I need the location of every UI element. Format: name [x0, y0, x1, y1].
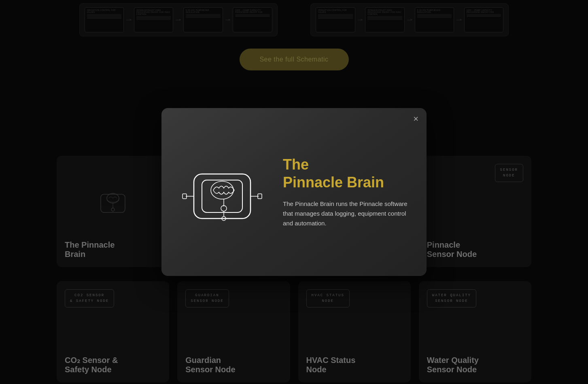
modal-title: The Pinnacle Brain [283, 156, 410, 191]
modal-close-button[interactable]: × [413, 115, 418, 123]
pinnacle-brain-modal-icon [182, 152, 263, 233]
modal-description: The Pinnacle Brain runs the Pinnacle sof… [283, 199, 410, 228]
modal-overlay[interactable]: × [0, 0, 588, 384]
svg-point-12 [211, 181, 234, 199]
modal-dialog: × [161, 108, 427, 276]
modal-icon-area [178, 148, 267, 237]
modal-text-content: The Pinnacle Brain The Pinnacle Brain ru… [283, 156, 410, 228]
svg-point-14 [221, 206, 227, 211]
svg-rect-11 [202, 180, 242, 212]
